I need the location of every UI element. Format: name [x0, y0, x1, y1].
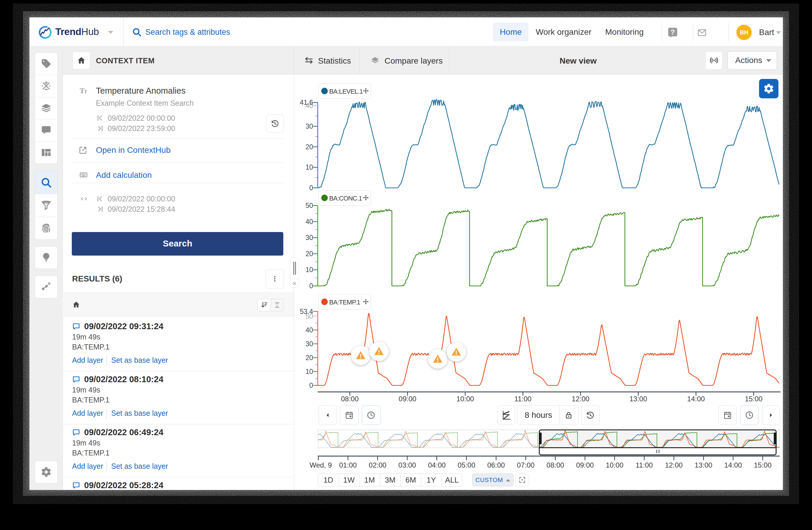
svg-text:08:00: 08:00 [547, 461, 564, 469]
svg-text:03:00: 03:00 [398, 461, 416, 469]
svg-text:12:00: 12:00 [571, 395, 589, 403]
svg-text:13:00: 13:00 [695, 461, 712, 469]
svg-text:30: 30 [305, 340, 313, 348]
svg-text:14:00: 14:00 [687, 395, 705, 403]
svg-text:02:00: 02:00 [368, 461, 386, 469]
svg-text:10:00: 10:00 [606, 461, 623, 469]
svg-text:15:00: 15:00 [754, 461, 771, 469]
svg-text:Wed, 9: Wed, 9 [309, 461, 332, 469]
svg-text:20: 20 [305, 250, 313, 257]
svg-text:0: 0 [309, 184, 313, 192]
svg-text:04:00: 04:00 [428, 461, 446, 469]
svg-text:08:00: 08:00 [341, 395, 359, 403]
svg-text:41.6: 41.6 [300, 99, 313, 106]
svg-text:15:00: 15:00 [745, 395, 763, 403]
svg-text:40: 40 [305, 218, 313, 225]
svg-text:53.4: 53.4 [300, 308, 313, 315]
svg-text:05:00: 05:00 [458, 461, 475, 469]
svg-text:11:00: 11:00 [514, 395, 531, 403]
svg-text:10:00: 10:00 [456, 395, 474, 403]
svg-text:50: 50 [305, 202, 313, 209]
svg-text:01:00: 01:00 [339, 461, 357, 469]
svg-text:13:00: 13:00 [629, 395, 647, 403]
svg-text:11:00: 11:00 [636, 461, 653, 469]
svg-text:06:00: 06:00 [487, 461, 505, 469]
svg-text:30: 30 [305, 123, 313, 130]
svg-text:40: 40 [305, 326, 313, 334]
svg-text:09:00: 09:00 [398, 395, 416, 403]
svg-text:0: 0 [309, 282, 313, 290]
svg-text:07:00: 07:00 [517, 461, 535, 469]
svg-text:20: 20 [305, 354, 313, 362]
svg-text:20: 20 [305, 143, 313, 151]
svg-text:0: 0 [309, 381, 313, 389]
svg-text:30: 30 [305, 234, 313, 241]
svg-text:10: 10 [305, 164, 313, 171]
svg-text:10: 10 [305, 266, 313, 274]
svg-text:10: 10 [305, 368, 313, 375]
svg-text:14:00: 14:00 [724, 461, 742, 469]
svg-text:09:00: 09:00 [576, 461, 594, 469]
svg-text:12:00: 12:00 [665, 461, 683, 469]
